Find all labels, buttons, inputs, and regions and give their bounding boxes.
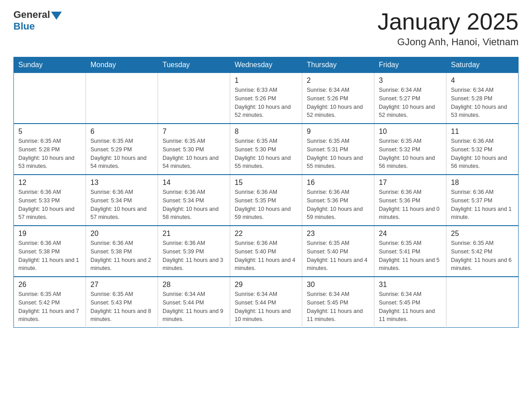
weekday-header-monday: Monday	[86, 57, 158, 73]
calendar-week-row: 12Sunrise: 6:36 AMSunset: 5:33 PMDayligh…	[14, 175, 519, 226]
calendar-table: SundayMondayTuesdayWednesdayThursdayFrid…	[13, 57, 519, 328]
day-info: Sunrise: 6:35 AMSunset: 5:30 PMDaylight:…	[235, 137, 297, 171]
calendar-cell: 26Sunrise: 6:35 AMSunset: 5:42 PMDayligh…	[14, 277, 86, 328]
day-number: 7	[163, 128, 225, 136]
calendar-cell: 17Sunrise: 6:36 AMSunset: 5:36 PMDayligh…	[374, 175, 446, 226]
calendar-cell: 28Sunrise: 6:34 AMSunset: 5:44 PMDayligh…	[158, 277, 230, 328]
day-number: 9	[307, 128, 369, 136]
day-info: Sunrise: 6:35 AMSunset: 5:28 PMDaylight:…	[18, 137, 81, 171]
day-info: Sunrise: 6:35 AMSunset: 5:43 PMDaylight:…	[90, 290, 153, 324]
calendar-cell: 20Sunrise: 6:36 AMSunset: 5:38 PMDayligh…	[86, 226, 158, 277]
day-number: 28	[163, 281, 225, 289]
calendar-cell: 12Sunrise: 6:36 AMSunset: 5:33 PMDayligh…	[14, 175, 86, 226]
logo: General Blue	[13, 9, 62, 32]
day-number: 5	[18, 128, 81, 136]
day-number: 6	[90, 128, 153, 136]
day-number: 26	[18, 281, 81, 289]
calendar-cell: 7Sunrise: 6:35 AMSunset: 5:30 PMDaylight…	[158, 124, 230, 175]
calendar-cell: 16Sunrise: 6:36 AMSunset: 5:36 PMDayligh…	[302, 175, 374, 226]
calendar-cell: 4Sunrise: 6:34 AMSunset: 5:28 PMDaylight…	[446, 73, 519, 124]
day-number: 14	[163, 179, 225, 187]
calendar-cell: 2Sunrise: 6:34 AMSunset: 5:26 PMDaylight…	[302, 73, 374, 124]
day-info: Sunrise: 6:36 AMSunset: 5:38 PMDaylight:…	[90, 239, 153, 273]
weekday-header-friday: Friday	[374, 57, 446, 73]
calendar-cell	[158, 73, 230, 124]
logo-blue-text: Blue	[13, 21, 35, 32]
calendar-cell: 11Sunrise: 6:36 AMSunset: 5:32 PMDayligh…	[446, 124, 519, 175]
calendar-cell: 29Sunrise: 6:34 AMSunset: 5:44 PMDayligh…	[230, 277, 302, 328]
calendar-week-row: 19Sunrise: 6:36 AMSunset: 5:38 PMDayligh…	[14, 226, 519, 277]
day-info: Sunrise: 6:35 AMSunset: 5:40 PMDaylight:…	[307, 239, 369, 273]
calendar-cell: 23Sunrise: 6:35 AMSunset: 5:40 PMDayligh…	[302, 226, 374, 277]
weekday-header-tuesday: Tuesday	[158, 57, 230, 73]
day-number: 8	[235, 128, 297, 136]
day-info: Sunrise: 6:36 AMSunset: 5:34 PMDaylight:…	[163, 188, 225, 222]
calendar-cell: 9Sunrise: 6:35 AMSunset: 5:31 PMDaylight…	[302, 124, 374, 175]
day-info: Sunrise: 6:36 AMSunset: 5:33 PMDaylight:…	[18, 188, 81, 222]
calendar-cell: 22Sunrise: 6:36 AMSunset: 5:40 PMDayligh…	[230, 226, 302, 277]
page-header: General Blue January 2025 GJong Anh, Han…	[13, 9, 519, 48]
month-title: January 2025	[378, 9, 519, 34]
day-number: 16	[307, 179, 369, 187]
day-info: Sunrise: 6:36 AMSunset: 5:38 PMDaylight:…	[18, 239, 81, 273]
calendar-week-row: 1Sunrise: 6:33 AMSunset: 5:26 PMDaylight…	[14, 73, 519, 124]
day-info: Sunrise: 6:34 AMSunset: 5:45 PMDaylight:…	[307, 290, 369, 324]
day-info: Sunrise: 6:33 AMSunset: 5:26 PMDaylight:…	[235, 86, 297, 120]
location-title: GJong Anh, Hanoi, Vietnam	[378, 36, 519, 48]
calendar-cell: 5Sunrise: 6:35 AMSunset: 5:28 PMDaylight…	[14, 124, 86, 175]
day-info: Sunrise: 6:35 AMSunset: 5:42 PMDaylight:…	[451, 239, 514, 273]
day-info: Sunrise: 6:35 AMSunset: 5:41 PMDaylight:…	[379, 239, 442, 273]
day-number: 10	[379, 128, 442, 136]
calendar-cell: 18Sunrise: 6:36 AMSunset: 5:37 PMDayligh…	[446, 175, 519, 226]
day-number: 1	[235, 77, 297, 85]
day-info: Sunrise: 6:35 AMSunset: 5:30 PMDaylight:…	[163, 137, 225, 171]
calendar-cell: 13Sunrise: 6:36 AMSunset: 5:34 PMDayligh…	[86, 175, 158, 226]
day-number: 31	[379, 281, 442, 289]
day-info: Sunrise: 6:34 AMSunset: 5:44 PMDaylight:…	[235, 290, 297, 324]
day-info: Sunrise: 6:34 AMSunset: 5:26 PMDaylight:…	[307, 86, 369, 120]
calendar-cell: 27Sunrise: 6:35 AMSunset: 5:43 PMDayligh…	[86, 277, 158, 328]
calendar-cell: 25Sunrise: 6:35 AMSunset: 5:42 PMDayligh…	[446, 226, 519, 277]
day-info: Sunrise: 6:36 AMSunset: 5:36 PMDaylight:…	[379, 188, 442, 222]
day-number: 3	[379, 77, 442, 85]
day-number: 18	[451, 179, 514, 187]
day-info: Sunrise: 6:36 AMSunset: 5:37 PMDaylight:…	[451, 188, 514, 222]
calendar-cell: 30Sunrise: 6:34 AMSunset: 5:45 PMDayligh…	[302, 277, 374, 328]
day-info: Sunrise: 6:36 AMSunset: 5:34 PMDaylight:…	[90, 188, 153, 222]
day-info: Sunrise: 6:34 AMSunset: 5:44 PMDaylight:…	[163, 290, 225, 324]
calendar-cell: 3Sunrise: 6:34 AMSunset: 5:27 PMDaylight…	[374, 73, 446, 124]
calendar-cell: 1Sunrise: 6:33 AMSunset: 5:26 PMDaylight…	[230, 73, 302, 124]
calendar-cell: 21Sunrise: 6:36 AMSunset: 5:39 PMDayligh…	[158, 226, 230, 277]
weekday-header-wednesday: Wednesday	[230, 57, 302, 73]
day-info: Sunrise: 6:36 AMSunset: 5:32 PMDaylight:…	[451, 137, 514, 171]
day-info: Sunrise: 6:36 AMSunset: 5:36 PMDaylight:…	[307, 188, 369, 222]
day-number: 15	[235, 179, 297, 187]
day-info: Sunrise: 6:34 AMSunset: 5:27 PMDaylight:…	[379, 86, 442, 120]
day-info: Sunrise: 6:34 AMSunset: 5:45 PMDaylight:…	[379, 290, 442, 324]
day-number: 25	[451, 230, 514, 238]
weekday-header-sunday: Sunday	[14, 57, 86, 73]
day-info: Sunrise: 6:35 AMSunset: 5:29 PMDaylight:…	[90, 137, 153, 171]
calendar-cell: 8Sunrise: 6:35 AMSunset: 5:30 PMDaylight…	[230, 124, 302, 175]
day-info: Sunrise: 6:36 AMSunset: 5:40 PMDaylight:…	[235, 239, 297, 273]
day-number: 17	[379, 179, 442, 187]
day-number: 19	[18, 230, 81, 238]
day-number: 12	[18, 179, 81, 187]
day-number: 30	[307, 281, 369, 289]
day-info: Sunrise: 6:36 AMSunset: 5:35 PMDaylight:…	[235, 188, 297, 222]
day-number: 20	[90, 230, 153, 238]
calendar-cell	[14, 73, 86, 124]
calendar-week-row: 5Sunrise: 6:35 AMSunset: 5:28 PMDaylight…	[14, 124, 519, 175]
day-info: Sunrise: 6:35 AMSunset: 5:31 PMDaylight:…	[307, 137, 369, 171]
day-info: Sunrise: 6:35 AMSunset: 5:32 PMDaylight:…	[379, 137, 442, 171]
calendar-cell: 15Sunrise: 6:36 AMSunset: 5:35 PMDayligh…	[230, 175, 302, 226]
logo-triangle-icon	[51, 12, 62, 20]
day-info: Sunrise: 6:34 AMSunset: 5:28 PMDaylight:…	[451, 86, 514, 120]
day-number: 27	[90, 281, 153, 289]
calendar-cell: 24Sunrise: 6:35 AMSunset: 5:41 PMDayligh…	[374, 226, 446, 277]
logo-general-text: General	[13, 9, 50, 21]
day-info: Sunrise: 6:35 AMSunset: 5:42 PMDaylight:…	[18, 290, 81, 324]
weekday-header-thursday: Thursday	[302, 57, 374, 73]
calendar-week-row: 26Sunrise: 6:35 AMSunset: 5:42 PMDayligh…	[14, 277, 519, 328]
day-info: Sunrise: 6:36 AMSunset: 5:39 PMDaylight:…	[163, 239, 225, 273]
